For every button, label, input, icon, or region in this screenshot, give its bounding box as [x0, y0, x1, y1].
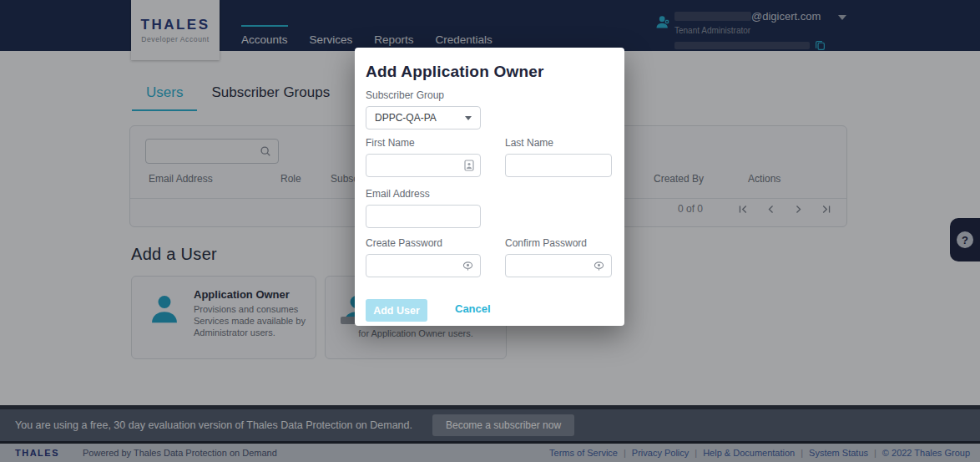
create-password-label: Create Password: [366, 237, 442, 249]
chevron-down-icon: [465, 116, 472, 120]
eye-icon[interactable]: [593, 261, 605, 272]
create-password-field[interactable]: [366, 254, 481, 277]
cancel-button[interactable]: Cancel: [455, 302, 491, 315]
subscriber-group-value: DPPC-QA-PA: [375, 112, 437, 124]
add-user-button[interactable]: Add User: [366, 299, 427, 322]
email-address-label: Email Address: [366, 188, 430, 200]
add-application-owner-dialog: Add Application Owner Subscriber Group D…: [355, 48, 624, 326]
first-name-field[interactable]: [366, 154, 481, 177]
confirm-password-field[interactable]: [505, 254, 612, 277]
app-window: Accounts Services Reports Credentials: [0, 0, 980, 462]
first-name-label: First Name: [366, 137, 415, 149]
subscriber-group-select[interactable]: DPPC-QA-PA: [366, 106, 481, 129]
dialog-title: Add Application Owner: [366, 63, 544, 81]
last-name-field[interactable]: [505, 154, 612, 177]
contact-autofill-icon: [464, 160, 474, 171]
eye-icon[interactable]: [462, 261, 474, 272]
subscriber-group-label: Subscriber Group: [366, 89, 444, 101]
email-address-field[interactable]: [366, 205, 481, 228]
last-name-label: Last Name: [505, 137, 553, 149]
confirm-password-label: Confirm Password: [505, 237, 587, 249]
